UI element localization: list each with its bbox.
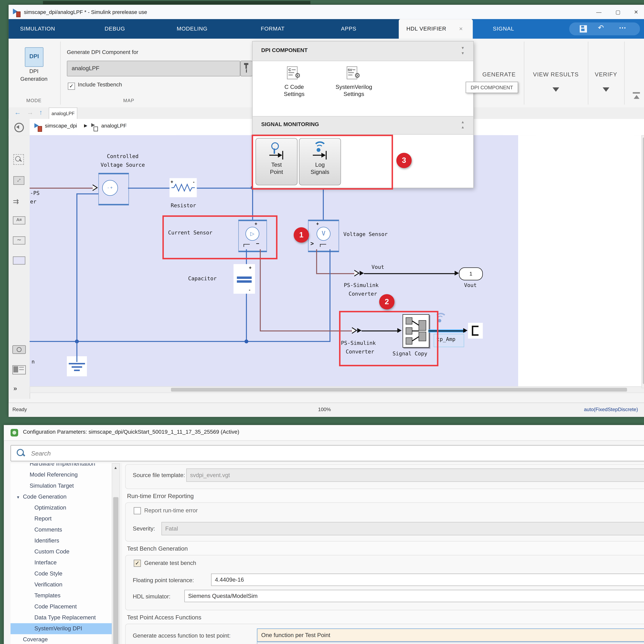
screenshot-icon[interactable] bbox=[12, 345, 26, 354]
ground-block[interactable] bbox=[67, 356, 87, 376]
undo-icon[interactable]: ↶ bbox=[598, 23, 604, 32]
tree-item-code-placement[interactable]: Code Placement bbox=[11, 601, 118, 612]
update-diagram-icon[interactable]: ⇉ bbox=[13, 197, 19, 206]
verify-dropdown-icon[interactable] bbox=[603, 87, 609, 92]
tab-signal[interactable]: SIGNAL bbox=[493, 19, 514, 39]
report-runtime-error-checkbox[interactable] bbox=[134, 507, 141, 514]
pin-icon[interactable] bbox=[240, 61, 253, 76]
save-icon[interactable] bbox=[580, 25, 587, 33]
tab-modeling[interactable]: MODELING bbox=[177, 19, 207, 39]
search-input[interactable] bbox=[30, 447, 644, 459]
maximize-icon[interactable]: ▢ bbox=[609, 5, 626, 19]
generate-test-bench-checkbox[interactable]: ✓ bbox=[134, 560, 141, 567]
capacitor-block[interactable]: + - bbox=[234, 264, 255, 294]
tab-hdl-verifier[interactable]: HDL VERIFIER ✕ bbox=[399, 19, 473, 39]
include-testbench-checkbox[interactable]: ✓ bbox=[68, 83, 75, 90]
dpi-generation-icon[interactable]: DPI bbox=[25, 47, 44, 67]
tab-simulation[interactable]: SIMULATION bbox=[20, 19, 55, 39]
terminator-block[interactable] bbox=[468, 323, 483, 338]
more-options-icon[interactable]: ⋯ bbox=[619, 23, 626, 32]
tab-format[interactable]: FORMAT bbox=[261, 19, 285, 39]
config-tree: Hardware Implementation Model Referencin… bbox=[11, 463, 118, 644]
dpi-component-name-input[interactable]: analogLPF bbox=[67, 61, 240, 76]
ps-simulink-converter-1[interactable] bbox=[354, 270, 360, 277]
breadcrumb-item-simscape-dpi[interactable]: simscape_dpi bbox=[45, 123, 77, 128]
tree-item-simulation-target[interactable]: Simulation Target bbox=[11, 480, 118, 491]
systemverilog-settings-button[interactable]: SV ⚙ SystemVerilog Settings bbox=[325, 66, 383, 116]
tab-debug[interactable]: DEBUG bbox=[105, 19, 125, 39]
fpt-input[interactable]: 4.4409e-16 bbox=[211, 574, 644, 586]
verify-group-label[interactable]: VERIFY bbox=[589, 71, 623, 78]
view-results-group-label[interactable]: VIEW RESULTS bbox=[525, 71, 587, 78]
status-solver[interactable]: auto(FixedStepDiscrete) bbox=[584, 406, 638, 412]
breadcrumb-item-analoglpf[interactable]: analogLPF bbox=[101, 123, 127, 128]
gaf-combo[interactable]: One function per Test Point bbox=[257, 628, 644, 642]
tree-item-hardware-implementation[interactable]: Hardware Implementation bbox=[11, 463, 118, 469]
annotation-icon[interactable]: A≡ bbox=[13, 216, 25, 224]
tree-item-interface[interactable]: Interface bbox=[11, 557, 118, 568]
severity-select[interactable]: Fatal bbox=[161, 522, 644, 535]
chevron-up-icon[interactable]: ▲ bbox=[461, 120, 465, 124]
chevron-down-icon-2[interactable]: ▼ bbox=[461, 52, 465, 55]
vout-outport[interactable]: 1 bbox=[459, 267, 483, 280]
minimize-icon[interactable]: — bbox=[590, 5, 607, 19]
tree-item-data-type-replacement[interactable]: Data Type Replacement bbox=[11, 612, 118, 623]
tree-item-systemverilog-dpi[interactable]: SystemVerilog DPI bbox=[11, 623, 118, 634]
gaf-label: Generate access function to test point: bbox=[133, 632, 231, 639]
canvas-hscrollbar[interactable] bbox=[30, 386, 644, 393]
generate-test-bench-label: Generate test bench bbox=[144, 560, 196, 566]
close-icon[interactable]: ✕ bbox=[628, 5, 644, 19]
c-code-settings-button[interactable]: C ⚙ C Code Settings bbox=[277, 66, 311, 116]
search-icon bbox=[17, 449, 25, 457]
area-icon[interactable] bbox=[13, 256, 25, 265]
log-signals-button[interactable]: Log Signals bbox=[299, 138, 341, 185]
model-browser-icon[interactable] bbox=[12, 365, 26, 374]
voltage-sensor-port-mark bbox=[320, 244, 326, 247]
status-zoom: 100% bbox=[318, 406, 331, 412]
tree-item-templates[interactable]: Templates bbox=[11, 590, 118, 601]
hdl-sim-select[interactable]: Siemens Questa/ModelSim bbox=[184, 590, 644, 602]
tree-item-coverage[interactable]: Coverage bbox=[11, 634, 118, 644]
generate-group-label[interactable]: GENERATE bbox=[474, 71, 524, 78]
callout-1: 1 bbox=[294, 227, 309, 243]
canvas-vscrollbar[interactable] bbox=[641, 135, 644, 388]
resistor-block[interactable]: + - bbox=[170, 178, 197, 197]
status-ready: Ready bbox=[12, 406, 27, 412]
cvs-label-2: Voltage Source bbox=[77, 162, 168, 168]
test-point-button[interactable]: Test Point bbox=[256, 138, 298, 185]
chevron-down-icon[interactable]: ▼ bbox=[461, 46, 465, 50]
expand-palette-icon[interactable]: » bbox=[13, 384, 17, 392]
nav-back-icon[interactable]: ← bbox=[14, 108, 21, 116]
source-file-input[interactable]: svdpi_event.vgt bbox=[186, 468, 644, 482]
tree-item-model-referencing[interactable]: Model Referencing bbox=[11, 469, 118, 480]
tab-apps[interactable]: APPS bbox=[341, 19, 356, 39]
tree-item-optimization[interactable]: Optimization bbox=[11, 502, 118, 513]
tree-item-verification[interactable]: Verification bbox=[11, 579, 118, 590]
ps1-label-2: Converter bbox=[349, 291, 377, 297]
collapse-ribbon-icon[interactable] bbox=[632, 92, 641, 99]
resistor-zigzag bbox=[171, 183, 195, 192]
cut-label-simulink-ps: -PS bbox=[30, 190, 40, 196]
signal-viewer-icon[interactable]: ∼ bbox=[13, 236, 25, 244]
document-tab-analoglpf[interactable]: analogLPF bbox=[49, 107, 77, 119]
controlled-voltage-source-block[interactable]: - + bbox=[98, 173, 129, 205]
tab-close-icon[interactable]: ✕ bbox=[459, 19, 463, 39]
hide-browser-icon[interactable] bbox=[14, 123, 24, 132]
tree-item-report[interactable]: Report bbox=[11, 513, 118, 524]
tree-item-comments[interactable]: Comments bbox=[11, 524, 118, 535]
tp-amp-label[interactable]: tp_Amp bbox=[437, 336, 455, 342]
dpi-generation-label-2: Generation bbox=[9, 76, 59, 82]
nav-up-icon[interactable]: ↑ bbox=[39, 108, 43, 116]
tree-scrollbar[interactable]: ▲ ▼ bbox=[112, 463, 120, 644]
nav-forward-icon[interactable]: → bbox=[27, 108, 33, 116]
fit-to-view-icon[interactable]: ⤢ bbox=[13, 176, 24, 185]
tree-item-identifiers[interactable]: Identifiers bbox=[11, 535, 118, 546]
tree-item-code-style[interactable]: Code Style bbox=[11, 568, 118, 579]
view-results-dropdown-icon[interactable] bbox=[553, 87, 559, 92]
zoom-in-icon[interactable] bbox=[13, 154, 24, 165]
voltage-sensor-block[interactable]: + V > bbox=[308, 220, 339, 252]
tree-item-code-generation[interactable]: ▼Code Generation bbox=[11, 491, 118, 502]
chevron-up-icon-2[interactable]: ▲ bbox=[461, 126, 465, 129]
dropdown-option-none[interactable]: None bbox=[257, 642, 644, 644]
tree-item-custom-code[interactable]: Custom Code bbox=[11, 546, 118, 557]
